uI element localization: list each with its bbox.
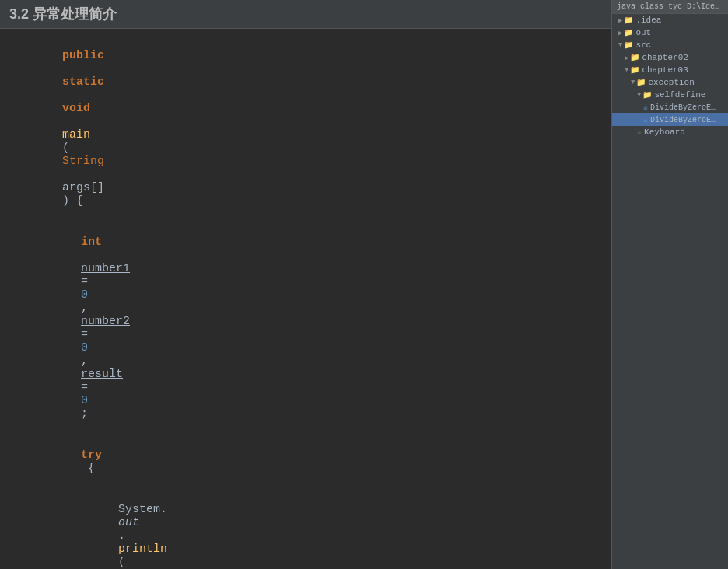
tree-item-idea[interactable]: ▶ 📁 .idea [612,14,728,26]
code-line: int number1 = 0 , number2 = 0 , result =… [0,222,611,435]
tree-item-chapter02[interactable]: ▶ 📁 chapter02 [612,51,728,64]
code-line: System. out . println ( "Enter the first… [0,489,611,569]
var-number1: number1 [81,262,130,275]
folder-icon: 📁 [624,28,633,37]
arrow-icon: ▼ [637,91,641,99]
sidebar-header: java_class_tyc D:\IdeaProjects\java_... [612,0,728,14]
arrow-icon: ▶ [618,29,622,37]
keyword-try: try [81,449,102,462]
val-0-3: 0 [81,394,88,407]
keyword-int: int [81,236,102,249]
arrow-icon: ▶ [618,16,622,25]
tree-label-keyboard: Keyboard [644,127,685,137]
val-0-1: 0 [81,288,88,302]
code-area: public static void main ( String args[] … [0,29,611,569]
tree-item-file-2[interactable]: ☕ DivideByZeroExcepti [612,113,728,126]
tree-label-chapter02: chapter02 [642,53,688,62]
param-args: args[] [62,181,104,194]
tree-item-src[interactable]: ▼ 📁 src [612,39,728,51]
tree-item-exception[interactable]: ▼ 📁 exception [612,76,728,89]
system-out-1: out [118,516,139,529]
tree-label-selfdefine: selfdefine [654,90,705,99]
tree-item-selfdefine[interactable]: ▼ 📁 selfdefine [612,89,728,101]
file-icon: ☕ [643,115,648,124]
system-class-1: System. [118,503,167,516]
tree-label-out: out [635,28,651,37]
type-string: String [62,155,104,168]
folder-icon: 📁 [636,78,646,87]
tree-label-file-2: DivideByZeroExcepti [650,116,720,124]
var-number2: number2 [81,315,130,328]
arrow-icon: ▼ [631,79,635,86]
folder-icon: 📁 [630,65,639,75]
println-1: println [118,543,167,556]
tree-item-keyboard[interactable]: ☕ Keyboard [612,126,728,138]
arrow-icon: ▶ [625,54,628,62]
section-title: 3.2 异常处理简介 [0,0,611,29]
folder-icon: 📁 [642,90,652,99]
keyword-static: static [62,75,104,89]
file-icon: ☕ [643,103,648,112]
tree-item-out[interactable]: ▶ 📁 out [612,26,728,39]
tree-label-file-1: DivideByZeroExcepti [650,103,720,112]
arrow-icon: ▼ [618,41,622,49]
code-line: public static void main ( String args[] … [0,35,611,222]
tree-item-file-1[interactable]: ☕ DivideByZeroExcepti [612,101,728,113]
file-icon: ☕ [637,127,642,137]
arrow-icon: ▼ [625,66,628,74]
val-0-2: 0 [81,341,88,354]
folder-icon: 📁 [630,53,639,62]
tree-label-src: src [635,40,651,50]
code-panel: 3.2 异常处理简介 public static void main ( Str… [0,0,611,569]
tree-label-chapter03: chapter03 [642,65,688,75]
folder-icon: 📁 [624,40,633,50]
keyword-public: public [62,49,104,62]
tree-item-chapter03[interactable]: ▼ 📁 chapter03 [612,64,728,76]
method-name-main: main [62,128,90,141]
tree-label-exception: exception [648,78,694,87]
tree-label-idea: .idea [635,16,661,25]
code-line: try { [0,435,611,489]
var-result: result [81,368,123,381]
keyword-void: void [62,102,90,115]
folder-icon: 📁 [624,16,633,25]
file-tree-panel: java_class_tyc D:\IdeaProjects\java_... … [611,0,728,569]
